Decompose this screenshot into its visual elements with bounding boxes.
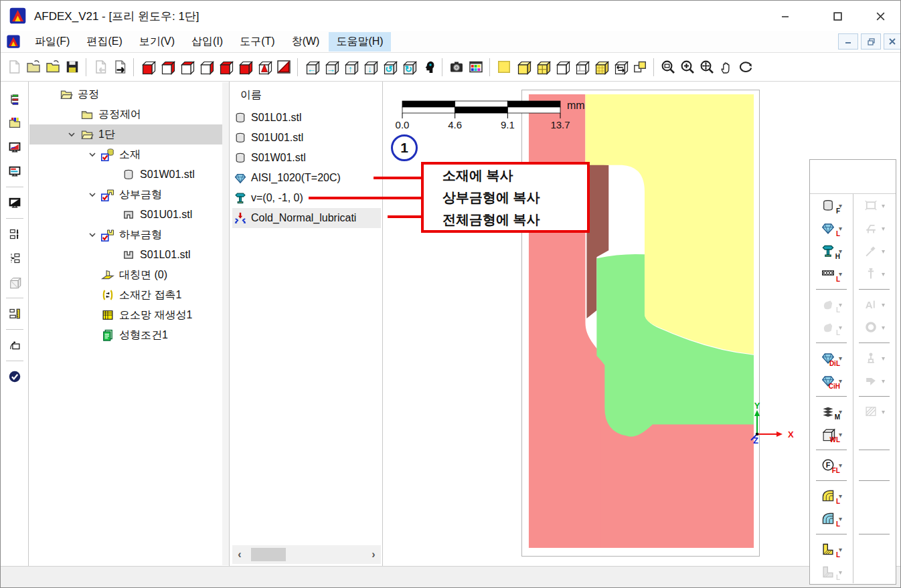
shade-mesh-cube-button[interactable] (591, 58, 610, 77)
grip-tool-button[interactable]: L▾ (821, 320, 842, 334)
text-tool-button[interactable]: A▾ (864, 297, 885, 312)
scrollbar-thumb[interactable] (251, 548, 286, 561)
pan-hand-button[interactable] (716, 58, 736, 77)
view-bottom-cube-button[interactable] (235, 58, 254, 77)
close-button[interactable] (866, 6, 895, 26)
chevron-down-icon[interactable] (84, 229, 101, 240)
frame-tool-button[interactable]: ▾ (864, 198, 885, 213)
tree-item[interactable]: S01L01.stl (29, 245, 229, 265)
menu-item-1[interactable]: 편집(E) (79, 32, 129, 52)
rotate-left-cube-button[interactable]: ← (302, 58, 321, 77)
view-section-cube-button[interactable] (274, 58, 293, 77)
arrow-tool-button[interactable]: ▾ (864, 373, 885, 388)
bench-tool-button[interactable]: ▾ (864, 221, 885, 235)
tree-item[interactable]: 소재 (29, 144, 229, 165)
chevron-down-icon[interactable]: ▾ (882, 248, 885, 255)
mdi-close-button[interactable] (884, 33, 901, 50)
chevron-down-icon[interactable] (84, 189, 101, 200)
zoom-window-button[interactable] (658, 58, 677, 77)
color-palette-button[interactable] (466, 58, 485, 77)
scrollbar-track[interactable] (247, 545, 366, 564)
tree-item[interactable]: S01W01.stl (29, 165, 229, 185)
tree-item[interactable]: 공정 (29, 84, 229, 104)
align-objects-button[interactable] (4, 248, 25, 269)
rotate-right-cube-button[interactable]: → (321, 58, 341, 77)
scroll-right-button[interactable]: › (366, 545, 381, 564)
menu-item-2[interactable]: 보기(V) (132, 32, 182, 52)
open-project-button[interactable] (23, 58, 43, 77)
rotate-ccw-cube-button[interactable]: ↺ (380, 58, 399, 77)
layers-tool-button[interactable]: M▾ (821, 404, 842, 419)
result-view-button[interactable] (4, 136, 25, 158)
chart-view-button[interactable] (4, 161, 25, 182)
shade-quad-cube-button[interactable] (533, 58, 552, 77)
view-back-cube-button[interactable] (157, 58, 177, 77)
tree-item[interactable]: 하부금형 (29, 225, 229, 245)
mdi-minimize-button[interactable] (838, 33, 858, 50)
tree-item[interactable]: 공정제어 (29, 104, 229, 124)
chevron-down-icon[interactable]: ▾ (882, 202, 885, 209)
chevron-down-icon[interactable]: ▾ (882, 355, 885, 362)
corner-gray-tool-button[interactable]: L▾ (821, 565, 842, 579)
rotate-view-button[interactable] (736, 58, 755, 77)
export-file-button[interactable] (110, 58, 129, 77)
tree-scrollbar[interactable] (222, 82, 229, 565)
snapshot-camera-button[interactable] (446, 58, 466, 77)
tree-view-button[interactable] (4, 88, 25, 110)
tree-item[interactable]: 요소망 재생성1 (29, 305, 229, 325)
confirm-check-button[interactable] (4, 366, 25, 387)
chevron-down-icon[interactable]: ▾ (882, 408, 885, 415)
menu-item-0[interactable]: 파일(F) (27, 32, 77, 52)
display-toggle-button[interactable] (4, 192, 25, 213)
hammer-tool-button[interactable]: H▾ (821, 243, 842, 258)
perspective-head-button[interactable] (418, 58, 438, 77)
project-files-button[interactable] (4, 112, 25, 134)
mdi-restore-button[interactable] (861, 33, 881, 50)
minimize-button[interactable] (770, 6, 800, 26)
chevron-down-icon[interactable] (84, 149, 101, 160)
chevron-down-icon[interactable]: ▾ (882, 324, 885, 331)
solid-view-button[interactable] (4, 272, 25, 293)
scroll-left-button[interactable]: ‹ (232, 545, 247, 564)
list-item[interactable]: S01L01.stl (232, 108, 381, 128)
diamond-tool-button[interactable]: L▾ (821, 221, 842, 235)
tree-item[interactable]: S01U01.stl (29, 205, 229, 225)
chevron-down-icon[interactable]: ▾ (882, 377, 885, 385)
swap-view-cube-button[interactable] (610, 58, 630, 77)
mesh-yellow-tool-button[interactable]: L▾ (821, 488, 842, 503)
rotate-cw-cube-button[interactable]: ↻ (399, 58, 418, 77)
duplicate-view-cube-button[interactable] (630, 58, 649, 77)
tree-item[interactable]: 1단 (29, 124, 229, 144)
open-folder-button[interactable] (43, 58, 62, 77)
chevron-down-icon[interactable]: ▾ (882, 225, 885, 232)
transform-object-button[interactable] (4, 334, 25, 356)
chevron-down-icon[interactable] (63, 129, 80, 140)
tree-item[interactable]: 성형조건1 (29, 325, 229, 345)
viewport-canvas[interactable] (521, 90, 760, 557)
mesh-cyan-tool-button[interactable]: L▾ (821, 511, 842, 526)
rotate-up-cube-button[interactable]: ↑ (341, 58, 360, 77)
measure-objects-button[interactable] (4, 303, 25, 324)
dropper-tool-button[interactable]: ▾ (864, 243, 885, 258)
shade-flat-cube-button[interactable] (494, 58, 513, 77)
chevron-down-icon[interactable]: ▾ (882, 301, 885, 308)
cylinder-f-tool-button[interactable]: F▾ (821, 198, 842, 213)
view-top-cube-button[interactable] (216, 58, 235, 77)
view-front-cube-button[interactable] (138, 58, 157, 77)
diamond-tool-button[interactable]: CiH▾ (821, 373, 842, 388)
zoom-extents-button[interactable] (697, 58, 716, 77)
zoom-in-button[interactable] (677, 58, 697, 77)
list-item[interactable]: S01W01.stl (232, 148, 381, 168)
mesh-band-tool-button[interactable]: L▾ (821, 266, 842, 281)
pin-tool-button[interactable]: ▾ (864, 266, 885, 281)
shade-hiddenline-cube-button[interactable] (572, 58, 591, 77)
maximize-button[interactable] (823, 6, 852, 26)
menu-item-3[interactable]: 삽입(I) (184, 32, 230, 52)
chevron-down-icon[interactable]: ▾ (882, 270, 885, 278)
tree-item[interactable]: 소재간 접촉1 (29, 285, 229, 305)
menu-item-6[interactable]: 도움말(H) (329, 32, 390, 52)
corner-yellow-tool-button[interactable]: L▾ (821, 542, 842, 557)
ring-tool-button[interactable]: ▾ (864, 320, 885, 334)
list-item[interactable]: AISI_1020(T=20C) (232, 168, 381, 188)
import-file-button[interactable] (90, 58, 110, 77)
